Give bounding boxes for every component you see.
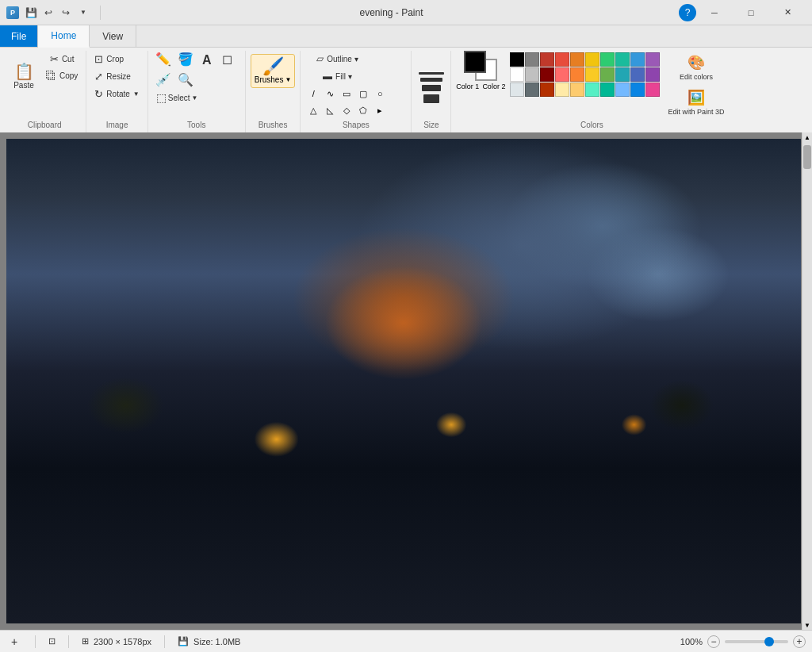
swatch-22[interactable] <box>540 82 554 97</box>
swatch-2[interactable] <box>540 52 554 67</box>
redo-quick-btn[interactable]: ↪ <box>59 6 73 20</box>
fill-bucket-button[interactable]: 🪣 <box>175 51 196 68</box>
painting-canvas[interactable] <box>6 139 801 623</box>
swatch-21[interactable] <box>525 82 539 97</box>
brushes-button[interactable]: 🖌️ Brushes ▼ <box>251 54 296 88</box>
shape-triangle[interactable]: △ <box>305 102 321 118</box>
size-line-2[interactable] <box>420 78 442 82</box>
swatch-5[interactable] <box>585 52 599 67</box>
size-line-3[interactable] <box>422 85 441 91</box>
shapes-content: ▱ Outline ▾ ▬ Fill ▾ / ∿ ▭ ▢ ○ △ ◺ ◇ ⬠ <box>305 51 406 119</box>
swatch-13[interactable] <box>555 67 569 82</box>
scroll-down-btn[interactable]: ▼ <box>802 620 812 630</box>
swatch-25[interactable] <box>585 82 599 97</box>
zoom-increase-btn[interactable]: + <box>793 635 806 648</box>
select-button[interactable]: ⬚ Select ▼ <box>153 90 201 105</box>
fill-button[interactable]: ▬ Fill ▾ <box>305 68 369 84</box>
cut-button[interactable]: ✂ Cut <box>43 51 81 67</box>
color-wheel-icon: 🎨 <box>688 54 705 71</box>
image-buttons: ⊡ Crop ⤢ Resize ↻ Rotate ▼ <box>91 51 142 119</box>
paste-button[interactable]: 📋 Paste <box>8 51 40 102</box>
dimensions-icon: ⊞ <box>82 636 89 646</box>
swatch-28[interactable] <box>630 82 645 97</box>
scroll-thumb[interactable] <box>803 145 811 169</box>
tab-file[interactable]: File <box>0 25 38 47</box>
eraser-icon: ◻ <box>222 53 232 66</box>
minimize-button[interactable]: ─ <box>696 0 733 25</box>
swatch-8[interactable] <box>630 52 645 67</box>
resize-button[interactable]: ⤢ Resize <box>91 68 134 84</box>
shape-roundrect[interactable]: ▢ <box>355 86 371 102</box>
swatch-15[interactable] <box>585 67 599 82</box>
swatch-14[interactable] <box>570 67 584 82</box>
color-picker-button[interactable]: 💉 <box>153 71 174 89</box>
shape-line[interactable]: / <box>305 86 321 102</box>
canvas-area[interactable]: ▲ ▼ <box>0 132 812 630</box>
eyedropper-icon: 💉 <box>155 74 171 86</box>
magnifier-button[interactable]: 🔍 <box>175 71 196 89</box>
size-line-1[interactable] <box>419 72 444 75</box>
swatch-16[interactable] <box>600 67 615 82</box>
swatch-17[interactable] <box>615 67 630 82</box>
color1-box[interactable] <box>464 51 486 73</box>
swatch-23[interactable] <box>555 82 569 97</box>
swatch-18[interactable] <box>630 67 645 82</box>
shape-diamond[interactable]: ◇ <box>339 102 354 118</box>
size-line-4[interactable] <box>423 94 439 103</box>
text-button[interactable]: A <box>197 51 216 70</box>
status-divider-2 <box>68 635 69 648</box>
outline-button[interactable]: ▱ Outline ▾ <box>305 51 369 67</box>
swatch-6[interactable] <box>600 52 615 67</box>
swatch-19[interactable] <box>645 67 660 82</box>
pencil-button[interactable]: ✏️ <box>153 51 174 68</box>
swatch-27[interactable] <box>615 82 630 97</box>
copy-button[interactable]: ⿻ Copy <box>43 67 81 83</box>
rotate-button[interactable]: ↻ Rotate ▼ <box>91 86 142 102</box>
swatch-29[interactable] <box>645 82 660 97</box>
dropdown-quick-btn[interactable]: ▼ <box>76 6 90 20</box>
swatch-26[interactable] <box>600 82 615 97</box>
swatch-11[interactable] <box>525 67 539 82</box>
window-title: evening - Paint <box>104 7 679 18</box>
swatch-1[interactable] <box>525 52 539 67</box>
shape-rect[interactable]: ▭ <box>339 86 354 102</box>
undo-quick-btn[interactable]: ↩ <box>41 6 56 20</box>
add-tab-btn[interactable]: + <box>6 634 22 650</box>
tab-home[interactable]: Home <box>38 25 90 48</box>
color-palette <box>508 51 661 98</box>
edit-colors-button[interactable]: 🎨 Edit colors <box>676 51 716 84</box>
edit-paint3d-button[interactable]: 🖼️ Edit with Paint 3D <box>665 86 727 119</box>
swatch-24[interactable] <box>570 82 584 97</box>
zoom-decrease-btn[interactable]: − <box>707 635 720 648</box>
zoom-slider[interactable] <box>725 640 788 643</box>
fit-screen-btn[interactable]: ⊡ <box>48 636 56 646</box>
swatch-20[interactable] <box>510 82 524 97</box>
scroll-up-btn[interactable]: ▲ <box>802 132 812 142</box>
crop-icon: ⊡ <box>94 54 103 64</box>
ribbon-tabs: File Home View <box>0 25 812 48</box>
help-button[interactable]: ? <box>679 4 696 21</box>
swatch-0[interactable] <box>510 52 524 67</box>
maximize-button[interactable]: □ <box>733 0 769 25</box>
eraser-button[interactable]: ◻ <box>218 51 237 68</box>
crop-button[interactable]: ⊡ Crop <box>91 51 127 67</box>
swatch-9[interactable] <box>645 52 660 67</box>
save-quick-btn[interactable]: 💾 <box>24 6 38 20</box>
swatch-10[interactable] <box>510 67 524 82</box>
close-button[interactable]: ✕ <box>769 0 806 25</box>
shape-ellipse[interactable]: ○ <box>372 86 388 102</box>
colors-content: Color 1 Color 2 <box>456 51 727 119</box>
shape-expand[interactable]: ▸ <box>372 102 388 118</box>
color-selector: Color 1 Color 2 <box>456 51 505 90</box>
shape-righttriangle[interactable]: ◺ <box>322 102 338 118</box>
swatch-3[interactable] <box>555 52 569 67</box>
ribbon-group-size: Size <box>412 51 451 132</box>
vertical-scrollbar[interactable]: ▲ ▼ <box>802 132 812 630</box>
shape-pentagon[interactable]: ⬠ <box>355 102 371 118</box>
tab-view[interactable]: View <box>90 25 136 47</box>
swatch-7[interactable] <box>615 52 630 67</box>
brushes-label: Brushes <box>251 119 296 129</box>
swatch-12[interactable] <box>540 67 554 82</box>
swatch-4[interactable] <box>570 52 584 67</box>
shape-curve[interactable]: ∿ <box>322 86 338 102</box>
